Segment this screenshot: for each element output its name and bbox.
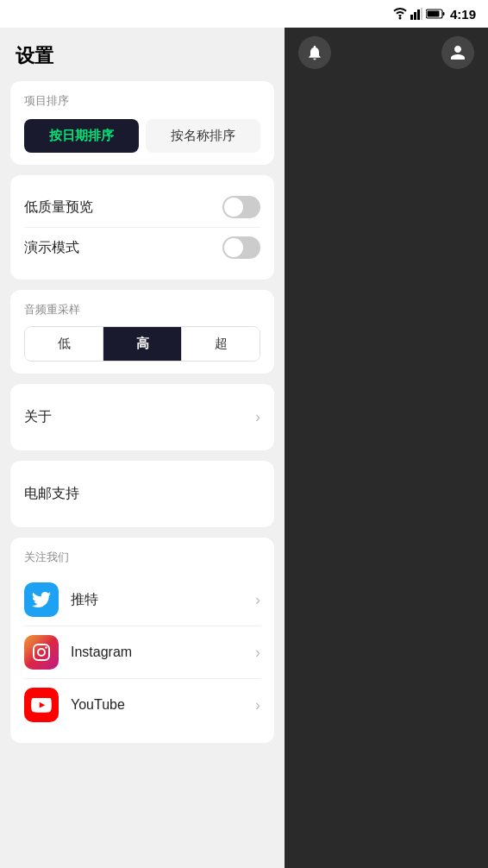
notification-icon[interactable] (298, 36, 331, 69)
twitter-icon (24, 582, 59, 617)
low-quality-toggle[interactable] (222, 196, 260, 218)
about-label: 关于 (24, 408, 52, 426)
about-item[interactable]: 关于 › (24, 396, 260, 438)
instagram-item[interactable]: Instagram › (24, 626, 260, 678)
wifi-icon (393, 8, 407, 20)
sort-buttons: 按日期排序 按名称排序 (24, 119, 260, 153)
battery-icon (426, 9, 445, 19)
youtube-icon (24, 688, 59, 722)
resample-high-button[interactable]: 高 (103, 327, 181, 361)
demo-mode-row: 演示模式 (24, 227, 260, 267)
sort-by-date-button[interactable]: 按日期排序 (24, 119, 139, 153)
sort-by-name-button[interactable]: 按名称排序 (146, 119, 260, 153)
youtube-item[interactable]: YouTube › (24, 678, 260, 731)
demo-mode-label: 演示模式 (24, 239, 79, 257)
status-icons (393, 8, 445, 20)
twitter-left: 推特 (24, 582, 98, 617)
youtube-left: YouTube (24, 688, 125, 722)
right-panel: 项目 元素 (285, 0, 488, 868)
svg-rect-2 (414, 12, 416, 20)
sort-card: 项目排序 按日期排序 按名称排序 (10, 81, 274, 165)
resample-card: 音频重采样 低 高 超 (10, 290, 274, 374)
low-quality-label: 低质量预览 (24, 198, 93, 217)
svg-point-0 (398, 17, 401, 20)
svg-rect-7 (427, 11, 439, 17)
resample-low-button[interactable]: 低 (25, 327, 103, 361)
resample-ultra-button[interactable]: 超 (181, 327, 260, 361)
about-card[interactable]: 关于 › (10, 384, 274, 450)
svg-point-10 (45, 646, 47, 648)
status-time: 4:19 (450, 7, 476, 22)
twitter-label: 推特 (71, 591, 98, 609)
email-label: 电邮支持 (24, 485, 79, 503)
youtube-label: YouTube (71, 697, 125, 713)
resample-label: 音频重采样 (24, 302, 260, 318)
svg-rect-3 (417, 9, 420, 20)
email-item[interactable]: 电邮支持 (24, 473, 260, 515)
twitter-chevron-icon: › (255, 591, 260, 609)
follow-title: 关注我们 (24, 550, 260, 565)
profile-icon[interactable] (441, 36, 474, 69)
twitter-item[interactable]: 推特 › (24, 574, 260, 626)
settings-panel: 设置 项目排序 按日期排序 按名称排序 低质量预览 演示模式 音频重采样 低 高… (0, 0, 285, 868)
instagram-icon (24, 635, 59, 670)
follow-card: 关注我们 推特 › (10, 538, 274, 743)
status-bar: 4:19 (0, 0, 488, 28)
svg-point-9 (38, 649, 45, 656)
instagram-left: Instagram (24, 635, 132, 670)
right-top-icons (285, 28, 488, 78)
signal-icon (410, 8, 422, 20)
email-card[interactable]: 电邮支持 (10, 461, 274, 527)
toggle-card: 低质量预览 演示模式 (10, 175, 274, 280)
resample-buttons: 低 高 超 (24, 326, 260, 362)
svg-rect-4 (421, 8, 422, 20)
settings-title: 设置 (0, 28, 285, 81)
low-quality-row: 低质量预览 (24, 187, 260, 227)
demo-mode-toggle[interactable] (222, 236, 260, 259)
instagram-chevron-icon: › (255, 644, 260, 662)
about-chevron-icon: › (255, 408, 260, 426)
svg-rect-1 (410, 15, 413, 20)
instagram-label: Instagram (71, 645, 132, 660)
svg-rect-6 (442, 12, 444, 16)
sort-label: 项目排序 (24, 93, 260, 109)
youtube-chevron-icon: › (255, 696, 260, 714)
